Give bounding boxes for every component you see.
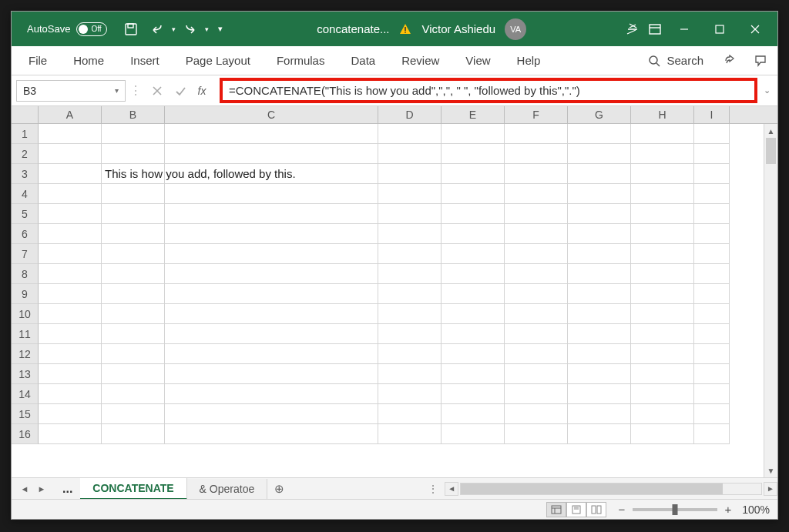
cell-A11[interactable] (39, 324, 102, 344)
cell-I6[interactable] (694, 224, 730, 244)
cell-G8[interactable] (568, 264, 631, 284)
cell-C16[interactable] (165, 424, 378, 444)
cell-G2[interactable] (568, 144, 631, 164)
row-header-6[interactable]: 6 (12, 224, 39, 244)
cell-C14[interactable] (165, 384, 378, 404)
tab-review[interactable]: Review (391, 48, 450, 73)
cell-B14[interactable] (102, 384, 165, 404)
comments-button[interactable] (750, 50, 771, 72)
cell-D5[interactable] (378, 204, 442, 224)
sheet-prev-button[interactable]: ◄ (16, 480, 33, 497)
cell-D6[interactable] (378, 224, 442, 244)
autosave-control[interactable]: AutoSave Off (27, 22, 107, 36)
cell-A3[interactable] (39, 164, 102, 184)
cell-H14[interactable] (631, 384, 694, 404)
cell-I15[interactable] (694, 404, 730, 424)
add-sheet-button[interactable]: ⊕ (267, 482, 290, 496)
cell-I1[interactable] (694, 124, 730, 144)
row-header-7[interactable]: 7 (12, 244, 39, 264)
row-header-3[interactable]: 3 (12, 164, 39, 184)
cell-H5[interactable] (631, 204, 694, 224)
cell-C13[interactable] (165, 364, 378, 384)
col-header-G[interactable]: G (568, 106, 631, 123)
cell-H2[interactable] (631, 144, 694, 164)
cell-H15[interactable] (631, 404, 694, 424)
cell-H10[interactable] (631, 304, 694, 324)
cell-D10[interactable] (378, 304, 442, 324)
cell-B16[interactable] (102, 424, 165, 444)
cell-A10[interactable] (39, 304, 102, 324)
maximize-button[interactable] (702, 12, 737, 46)
cell-A14[interactable] (39, 384, 102, 404)
cell-D8[interactable] (378, 264, 442, 284)
cell-F10[interactable] (505, 304, 568, 324)
cell-D1[interactable] (378, 124, 442, 144)
cell-G11[interactable] (568, 324, 631, 344)
cell-I12[interactable] (694, 344, 730, 364)
insert-function-button[interactable]: fx (192, 80, 215, 102)
cell-B15[interactable] (102, 404, 165, 424)
cell-E5[interactable] (442, 204, 505, 224)
cell-D13[interactable] (378, 364, 442, 384)
cell-A15[interactable] (39, 404, 102, 424)
cell-B13[interactable] (102, 364, 165, 384)
cell-I14[interactable] (694, 384, 730, 404)
cell-E13[interactable] (442, 364, 505, 384)
cell-D11[interactable] (378, 324, 442, 344)
cell-F9[interactable] (505, 284, 568, 304)
zoom-slider[interactable] (633, 508, 717, 511)
cell-G16[interactable] (568, 424, 631, 444)
col-header-C[interactable]: C (165, 106, 378, 123)
autosave-toggle[interactable]: Off (76, 22, 107, 36)
cell-A4[interactable] (39, 184, 102, 204)
row-header-12[interactable]: 12 (12, 344, 39, 364)
cell-E14[interactable] (442, 384, 505, 404)
tab-data[interactable]: Data (340, 48, 386, 73)
view-page-layout-button[interactable] (566, 502, 586, 517)
cell-A13[interactable] (39, 364, 102, 384)
cell-B3[interactable]: This is how you add, followed by this. (102, 164, 165, 184)
cell-H12[interactable] (631, 344, 694, 364)
cell-E11[interactable] (442, 324, 505, 344)
cells-area[interactable]: This is how you add, followed by this. (39, 124, 764, 477)
cell-A9[interactable] (39, 284, 102, 304)
tab-insert[interactable]: Insert (119, 48, 170, 73)
col-header-I[interactable]: I (694, 106, 730, 123)
cell-G1[interactable] (568, 124, 631, 144)
row-header-15[interactable]: 15 (12, 404, 39, 424)
tab-formulas[interactable]: Formulas (266, 48, 336, 73)
cell-D7[interactable] (378, 244, 442, 264)
scroll-track-v[interactable] (764, 138, 777, 463)
cell-E16[interactable] (442, 424, 505, 444)
sheet-tab-concatenate[interactable]: CONCATENATE (80, 478, 186, 500)
cell-I3[interactable] (694, 164, 730, 184)
cell-F4[interactable] (505, 184, 568, 204)
cell-H13[interactable] (631, 364, 694, 384)
row-header-8[interactable]: 8 (12, 264, 39, 284)
cell-G15[interactable] (568, 404, 631, 424)
minimize-button[interactable] (666, 12, 702, 46)
close-button[interactable] (737, 12, 773, 46)
cell-C2[interactable] (165, 144, 378, 164)
cell-D15[interactable] (378, 404, 442, 424)
cell-G7[interactable] (568, 244, 631, 264)
hscroll-thumb[interactable] (461, 483, 723, 494)
cell-A5[interactable] (39, 204, 102, 224)
view-normal-button[interactable] (546, 502, 566, 517)
col-header-F[interactable]: F (505, 106, 568, 123)
expand-formula-bar-button[interactable]: ⌄ (760, 85, 773, 95)
cell-B11[interactable] (102, 324, 165, 344)
redo-button[interactable] (179, 18, 202, 41)
row-header-9[interactable]: 9 (12, 284, 39, 304)
cell-G4[interactable] (568, 184, 631, 204)
select-all-corner[interactable] (12, 106, 39, 123)
cell-G3[interactable] (568, 164, 631, 184)
cell-H6[interactable] (631, 224, 694, 244)
row-header-10[interactable]: 10 (12, 304, 39, 324)
row-header-2[interactable]: 2 (12, 144, 39, 164)
cell-A6[interactable] (39, 224, 102, 244)
name-box-dropdown-icon[interactable]: ▾ (115, 86, 119, 95)
cell-E7[interactable] (442, 244, 505, 264)
save-button[interactable] (119, 18, 143, 41)
cell-H9[interactable] (631, 284, 694, 304)
